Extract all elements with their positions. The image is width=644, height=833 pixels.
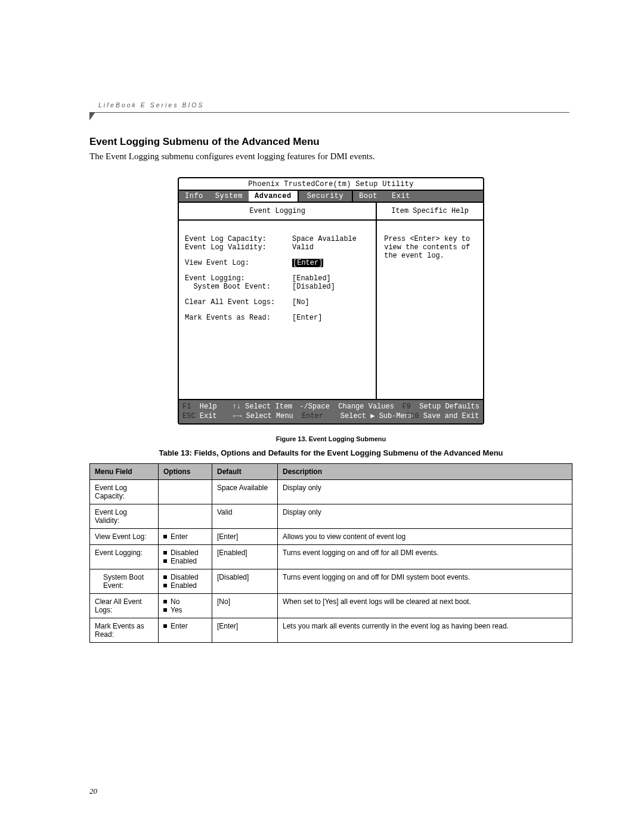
- cell-default: [Disabled]: [212, 569, 278, 594]
- cell-field: Clear All Event Logs:: [90, 594, 159, 618]
- page-number: 20: [89, 786, 97, 796]
- header-rule: [89, 112, 569, 113]
- th-default: Default: [212, 464, 278, 480]
- field-label: Mark Events as Read:: [185, 314, 292, 322]
- table-caption: Table 13: Fields, Options and Defaults f…: [89, 448, 572, 457]
- table-header-row: Menu Field Options Default Description: [90, 464, 572, 480]
- field-label: Clear All Event Logs:: [185, 298, 292, 306]
- bios-left-header: Event Logging: [179, 203, 376, 221]
- field-system-boot-event[interactable]: System Boot Event: [Disabled]: [185, 283, 370, 291]
- cell-options: NoYes: [159, 594, 212, 618]
- bios-footer: F1 Help ↑↓ Select Item -/Space Change Va…: [179, 399, 483, 423]
- table-row: Event Log Validity:ValidDisplay only: [90, 504, 572, 529]
- table-row: View Event Log:Enter[Enter]Allows you to…: [90, 529, 572, 545]
- tab-exit[interactable]: Exit: [383, 191, 483, 202]
- cell-description: Display only: [278, 480, 572, 504]
- cell-options: Enter: [159, 529, 212, 545]
- field-value: [Enabled]: [292, 274, 331, 283]
- field-value-selected: [Enter]: [292, 259, 323, 267]
- cell-field: System Boot Event:: [90, 569, 159, 594]
- field-clear-all[interactable]: Clear All Event Logs: [No]: [185, 298, 370, 306]
- cell-default: Space Available: [212, 480, 278, 504]
- bios-right-header: Item Specific Help: [377, 203, 483, 221]
- footer-exit: Exit: [196, 412, 217, 420]
- footer-select-item: ↑↓ Select Item: [233, 402, 300, 411]
- field-view-event-log[interactable]: View Event Log: [Enter]: [185, 259, 370, 267]
- field-value: [Enter]: [292, 314, 322, 322]
- tab-advanced[interactable]: Advanced: [249, 191, 299, 202]
- table-row: Event Logging:DisabledEnabled[Enabled]Tu…: [90, 545, 572, 569]
- cell-description: Display only: [278, 504, 572, 529]
- tab-security[interactable]: Security: [299, 191, 354, 202]
- th-description: Description: [278, 464, 572, 480]
- field-value: [No]: [292, 298, 309, 306]
- footer-help: Help: [196, 402, 217, 411]
- help-line: Press <Enter> key to: [384, 235, 476, 243]
- bios-menu-bar: Info System Advanced Security Boot Exit: [179, 190, 483, 203]
- cell-description: Turns event logging on and off for DMI s…: [278, 569, 572, 594]
- field-label: Event Logging:: [185, 274, 292, 283]
- field-value: Valid: [292, 243, 314, 252]
- footer-setup-defaults: Setup Defaults: [419, 402, 479, 411]
- th-field: Menu Field: [90, 464, 159, 480]
- section-description: The Event Logging submenu configures eve…: [89, 151, 572, 162]
- spec-table: Menu Field Options Default Description E…: [89, 463, 572, 643]
- bios-left-pane: Event Logging Event Log Capacity: Space …: [179, 203, 377, 399]
- key-esc: ESC: [182, 412, 196, 420]
- running-head: LifeBook E Series BIOS: [98, 101, 204, 109]
- field-mark-read[interactable]: Mark Events as Read: [Enter]: [185, 314, 370, 322]
- bios-window: Phoenix TrustedCore(tm) Setup Utility In…: [178, 177, 484, 425]
- cell-options: DisabledEnabled: [159, 569, 212, 594]
- cell-options: [159, 504, 212, 529]
- table-row: System Boot Event:DisabledEnabled[Disabl…: [90, 569, 572, 594]
- bios-body: Event Logging Event Log Capacity: Space …: [179, 203, 483, 399]
- header-tab-marker: [89, 112, 95, 120]
- field-event-logging[interactable]: Event Logging: [Enabled]: [185, 274, 370, 283]
- table-row: Clear All Event Logs:NoYes[No]When set t…: [90, 594, 572, 618]
- bios-help-text: Press <Enter> key to view the contents o…: [377, 221, 483, 369]
- cell-default: [Enter]: [212, 618, 278, 643]
- tab-boot[interactable]: Boot: [353, 191, 383, 202]
- cell-field: Event Log Validity:: [90, 504, 159, 529]
- field-label: View Event Log:: [185, 259, 292, 267]
- bios-fields: Event Log Capacity: Space Available Even…: [179, 221, 376, 399]
- cell-options: Enter: [159, 618, 212, 643]
- field-label: Event Log Validity:: [185, 243, 292, 252]
- th-options: Options: [159, 464, 212, 480]
- cell-description: When set to [Yes] all event logs will be…: [278, 594, 572, 618]
- cell-description: Lets you mark all events currently in th…: [278, 618, 572, 643]
- cell-options: [159, 480, 212, 504]
- bios-title-bar: Phoenix TrustedCore(tm) Setup Utility: [179, 178, 483, 190]
- field-value: [Disabled]: [292, 283, 335, 291]
- help-line: view the contents of: [384, 243, 476, 252]
- field-validity: Event Log Validity: Valid: [185, 243, 370, 252]
- field-label: System Boot Event:: [185, 283, 292, 291]
- tab-info[interactable]: Info: [179, 191, 209, 202]
- cell-field: Event Log Capacity:: [90, 480, 159, 504]
- footer-change-values: -/Space Change Values: [299, 402, 402, 411]
- cell-default: [No]: [212, 594, 278, 618]
- key-enter: Enter: [302, 412, 323, 420]
- figure-caption: Figure 13. Event Logging Submenu: [89, 435, 572, 442]
- footer-save-exit: Save and Exit: [423, 412, 479, 420]
- tab-system[interactable]: System: [209, 191, 249, 202]
- cell-description: Allows you to view content of event log: [278, 529, 572, 545]
- cell-field: View Event Log:: [90, 529, 159, 545]
- key-f9: F9: [402, 402, 419, 411]
- key-f10: F10: [406, 412, 423, 420]
- cell-options: DisabledEnabled: [159, 545, 212, 569]
- field-capacity: Event Log Capacity: Space Available: [185, 235, 370, 243]
- table-row: Mark Events as Read:Enter[Enter]Lets you…: [90, 618, 572, 643]
- page: LifeBook E Series BIOS Event Logging Sub…: [0, 0, 644, 833]
- section-title: Event Logging Submenu of the Advanced Me…: [89, 136, 572, 148]
- cell-field: Mark Events as Read:: [90, 618, 159, 643]
- cell-description: Turns event logging on and off for all D…: [278, 545, 572, 569]
- field-value: Space Available: [292, 235, 357, 243]
- field-label: Event Log Capacity:: [185, 235, 292, 243]
- bios-right-pane: Item Specific Help Press <Enter> key to …: [377, 203, 483, 399]
- table-row: Event Log Capacity:Space AvailableDispla…: [90, 480, 572, 504]
- cell-default: Valid: [212, 504, 278, 529]
- footer-row-1: F1 Help ↑↓ Select Item -/Space Change Va…: [182, 402, 479, 411]
- cell-field: Event Logging:: [90, 545, 159, 569]
- key-f1: F1: [182, 402, 196, 411]
